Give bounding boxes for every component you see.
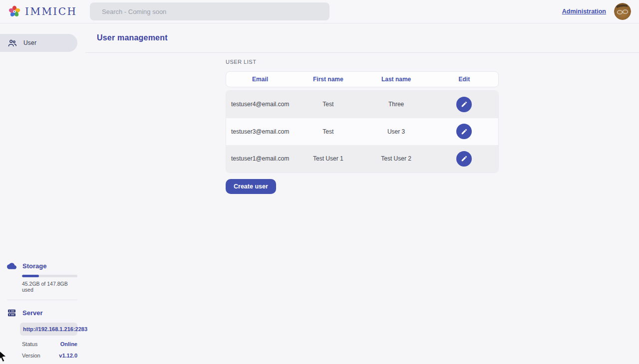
section-title: USER LIST (226, 59, 499, 65)
server-section: Server http://192.168.1.216:2283 Status … (7, 308, 77, 359)
edit-user-button[interactable] (456, 97, 472, 112)
top-nav-bar: IMMICH Administration (0, 0, 639, 23)
table-header-row: Email First name Last name Edit (226, 71, 499, 87)
cell-last-name: User 3 (362, 128, 430, 135)
server-status-label: Status (22, 341, 37, 347)
cell-last-name: Test User 2 (362, 155, 430, 162)
immich-flower-logo-icon (8, 5, 21, 18)
sidebar-item-label: User (23, 39, 36, 46)
column-header-last-name: Last name (362, 76, 430, 83)
app-title: IMMICH (25, 5, 77, 17)
users-icon (7, 38, 17, 48)
server-icon (7, 308, 16, 318)
pencil-icon (461, 101, 468, 108)
cell-email: testuser3@email.com (226, 128, 294, 135)
table-row: testuser4@email.com Test Three (226, 91, 498, 118)
storage-section: Storage 45.2GB of 147.8GB used (7, 261, 77, 293)
search-input[interactable] (90, 2, 329, 20)
sidebar-item-user[interactable]: User (0, 34, 77, 52)
table-row: testuser1@email.com Test User 1 Test Use… (226, 145, 498, 173)
storage-usage-text: 45.2GB of 147.8GB used (22, 281, 77, 293)
table-row: testuser3@email.com Test User 3 (226, 118, 498, 146)
server-version-label: Version (22, 353, 40, 359)
cell-last-name: Three (362, 101, 430, 108)
server-title: Server (22, 309, 42, 317)
page-header: User management (85, 23, 639, 53)
cell-email: testuser1@email.com (226, 155, 294, 162)
cell-first-name: Test (294, 101, 362, 108)
pencil-icon (461, 155, 468, 162)
storage-progress-bar (22, 275, 77, 277)
server-status-row: Status Online (22, 341, 77, 347)
column-header-edit: Edit (430, 76, 498, 83)
cell-first-name: Test (294, 128, 362, 135)
sidebar: User Storage 45.2GB of 147.8GB used (0, 23, 85, 364)
column-header-first-name: First name (294, 76, 362, 83)
edit-user-button[interactable] (456, 124, 472, 139)
sidebar-divider (7, 300, 77, 300)
user-list-panel: USER LIST Email First name Last name Edi… (226, 53, 499, 194)
user-table: testuser4@email.com Test Three testuser3… (226, 90, 499, 173)
column-header-email: Email (226, 76, 294, 83)
administration-link[interactable]: Administration (562, 8, 606, 15)
main-content: User management USER LIST Email First na… (85, 23, 639, 364)
storage-title: Storage (22, 262, 46, 270)
create-user-button[interactable]: Create user (226, 179, 276, 194)
cell-first-name: Test User 1 (294, 155, 362, 162)
avatar[interactable] (614, 3, 631, 20)
avatar-photo (614, 3, 631, 20)
storage-progress-fill (22, 275, 39, 277)
page-title: User management (97, 33, 168, 42)
app-logo[interactable]: IMMICH (8, 5, 77, 18)
cell-email: testuser4@email.com (226, 101, 294, 108)
sidebar-footer: Storage 45.2GB of 147.8GB used (0, 261, 85, 359)
cloud-icon (7, 261, 16, 271)
server-version-row: Version v1.12.0 (22, 353, 77, 359)
server-status-value: Online (60, 341, 77, 347)
edit-user-button[interactable] (456, 151, 472, 167)
server-url-badge: http://192.168.1.216:2283 (20, 323, 77, 336)
pencil-icon (461, 128, 468, 135)
server-version-value: v1.12.0 (59, 353, 77, 359)
